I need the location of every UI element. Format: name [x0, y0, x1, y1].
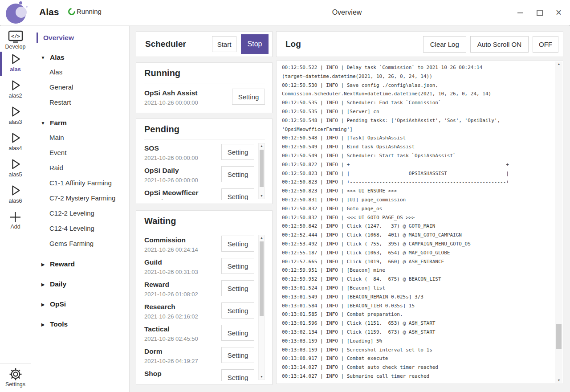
menu-item[interactable]: Restart: [31, 95, 129, 110]
task-setting-button[interactable]: Setting: [221, 144, 254, 160]
task-name: Dorm: [144, 347, 216, 356]
log-line: 00:13:01.524 | INFO | [Beacon] list: [282, 284, 552, 293]
task-setting-button[interactable]: Setting: [221, 258, 254, 274]
log-panel[interactable]: 00:12:50.522 | INFO | Delay task `Commis…: [276, 61, 563, 384]
nav-menu: Overview ▼ Alas Alas General Restart ▼ F…: [31, 26, 130, 392]
menu-item[interactable]: Gems Farming: [31, 236, 129, 251]
task-row: Dorm 2021-10-26 04:19:27 Setting: [144, 345, 254, 368]
auto-scroll-on-button[interactable]: Auto Scroll ON: [470, 36, 529, 53]
menu-item[interactable]: C12-2 Leveling: [31, 206, 129, 221]
task-setting-button[interactable]: Setting: [232, 89, 265, 105]
menu-item[interactable]: Raid: [31, 160, 129, 176]
sidebar-item-settings[interactable]: Settings: [0, 363, 31, 392]
sidebar-item-develop[interactable]: </> Develop: [0, 26, 31, 51]
instance-rail: </> Develop alas alas2 alas3 alas4 alas5: [0, 26, 31, 392]
task-setting-button[interactable]: Setting: [221, 325, 254, 341]
log-line: 00:12:50.832 | INFO | Goto page_os: [282, 204, 552, 213]
task-setting-button[interactable]: Setting: [221, 280, 254, 296]
log-line: 00:12:50.548 | INFO | [Task] OpsiAshAssi…: [282, 134, 552, 143]
maximize-button[interactable]: [530, 0, 549, 25]
menu-item[interactable]: Event: [31, 145, 129, 160]
log-line: 00:13:03.159 | INFO | [Loading] 5%: [282, 337, 552, 346]
task-row: Commission 2021-10-26 00:24:14 Setting: [144, 234, 254, 256]
alas-app-window: { "titlebar": { "app_name": "Alas", "sta…: [0, 0, 570, 392]
pending-scrollbar[interactable]: ▲ ▼: [258, 143, 265, 199]
scroll-down-icon[interactable]: ▼: [555, 378, 562, 383]
log-line: 00:13:14.027 | INFO | Combat auto check …: [282, 363, 552, 372]
menu-group-header[interactable]: ▼ Farm: [31, 116, 129, 130]
log-line: 00:12:50.823 | INFO | +-----------------…: [282, 178, 552, 187]
menu-group-header[interactable]: ▶ Daily: [31, 277, 129, 291]
task-setting-button[interactable]: Setting: [221, 347, 254, 363]
auto-scroll-off-button[interactable]: OFF: [533, 36, 558, 53]
log-line: 00:12:53.492 | INFO | Click ( 755, 395) …: [282, 240, 552, 249]
menu-item[interactable]: Alas: [31, 65, 129, 80]
maximize-icon: [537, 10, 543, 16]
menu-item[interactable]: C7-2 Mystery Farming: [31, 191, 129, 206]
chevron-icon: ▶: [40, 322, 46, 327]
instance-list: alas alas2 alas3 alas4 alas5 alas6: [0, 51, 31, 208]
menu-group-header[interactable]: ▶ Reward: [31, 257, 129, 271]
scheduler-status: Running: [68, 8, 102, 15]
scroll-down-icon[interactable]: ▼: [259, 374, 265, 380]
menu-group: ▶ OpSi: [31, 297, 129, 311]
sidebar-instance-item[interactable]: alas4: [0, 130, 31, 156]
task-setting-button[interactable]: Setting: [221, 369, 254, 381]
clear-log-button[interactable]: Clear Log: [423, 36, 466, 53]
minimize-button[interactable]: [511, 0, 530, 25]
sidebar-instance-item[interactable]: alas2: [0, 77, 31, 103]
sidebar-instance-item[interactable]: alas5: [0, 156, 31, 182]
log-line: 00:12:50.549 | INFO | Scheduler: Start t…: [282, 151, 552, 160]
scroll-up-icon[interactable]: ▲: [259, 143, 265, 149]
pending-scrollbar-thumb[interactable]: [260, 150, 264, 187]
scroll-up-icon[interactable]: ▲: [259, 235, 265, 241]
sidebar-instance-item[interactable]: alas: [0, 51, 31, 77]
stop-button[interactable]: Stop: [241, 34, 269, 54]
play-icon: [9, 105, 22, 118]
menu-group-header[interactable]: ▼ Alas: [31, 50, 129, 65]
menu-item[interactable]: General: [31, 80, 129, 95]
log-line: 'OpsiMeowfficerFarming']: [282, 125, 552, 134]
task-setting-button[interactable]: Setting: [221, 188, 254, 200]
scroll-up-icon[interactable]: ▲: [555, 61, 562, 67]
log-line: 00:12:50.842 | INFO | Click (1247, 37) @…: [282, 222, 552, 231]
log-line: 00:13:01.549 | INFO | [BEACON_REMAIN 0.0…: [282, 293, 552, 302]
task-name: Tactical: [144, 324, 216, 334]
alas-logo-icon: [5, 1, 29, 25]
sidebar-instance-item[interactable]: alas3: [0, 103, 31, 130]
app-name: Alas: [39, 7, 59, 17]
task-setting-button[interactable]: Setting: [221, 302, 254, 318]
task-info: Guild 2021-10-26 00:31:03: [144, 256, 221, 278]
menu-item-overview[interactable]: Overview: [31, 31, 129, 45]
log-line: 00:12:50.822 | INFO | +-----------------…: [282, 160, 552, 169]
menu-group-header[interactable]: ▶ Tools: [31, 317, 129, 331]
task-next-run-time: 2021-10-26 00:00:00: [144, 155, 221, 161]
menu-group-header[interactable]: ▶ OpSi: [31, 297, 129, 311]
menu-item[interactable]: C1-1 Affinity Farming: [31, 176, 129, 191]
task-setting-button[interactable]: Setting: [221, 236, 254, 252]
play-icon: [9, 184, 22, 197]
menu-item[interactable]: C12-4 Leveling: [31, 221, 129, 236]
task-setting-button[interactable]: Setting: [221, 166, 254, 182]
start-button[interactable]: Start: [212, 36, 236, 52]
sidebar-instance-item[interactable]: alas6: [0, 182, 31, 208]
task-next-run-time: 2021-10-26 02:45:50: [144, 335, 221, 342]
task-info: Shop: [144, 368, 221, 381]
pending-card: Pending SOS 2021-10-26 00:00:00 Setting …: [136, 118, 273, 204]
waiting-scrollbar-thumb[interactable]: [260, 241, 264, 316]
menu-group-label: Tools: [50, 320, 68, 328]
play-icon: [9, 131, 22, 145]
log-line: 00:12:50.548 | INFO | Pending tasks: ['O…: [282, 116, 552, 125]
close-button[interactable]: ×: [549, 0, 568, 25]
instance-label: alas5: [0, 172, 31, 178]
menu-item[interactable]: Main: [31, 130, 129, 145]
log-scrollbar-thumb[interactable]: [556, 324, 562, 349]
log-scrollbar[interactable]: ▲ ▼: [555, 61, 562, 383]
task-row: Reward 2021-10-26 01:08:02 Setting: [144, 278, 254, 301]
chevron-icon: ▶: [40, 282, 46, 287]
add-instance-button[interactable]: Add: [0, 208, 31, 233]
waiting-scrollbar[interactable]: ▲ ▼: [258, 235, 265, 380]
task-name: Research: [144, 302, 216, 311]
chevron-icon: ▶: [40, 262, 46, 267]
scroll-down-icon[interactable]: ▼: [259, 193, 265, 199]
